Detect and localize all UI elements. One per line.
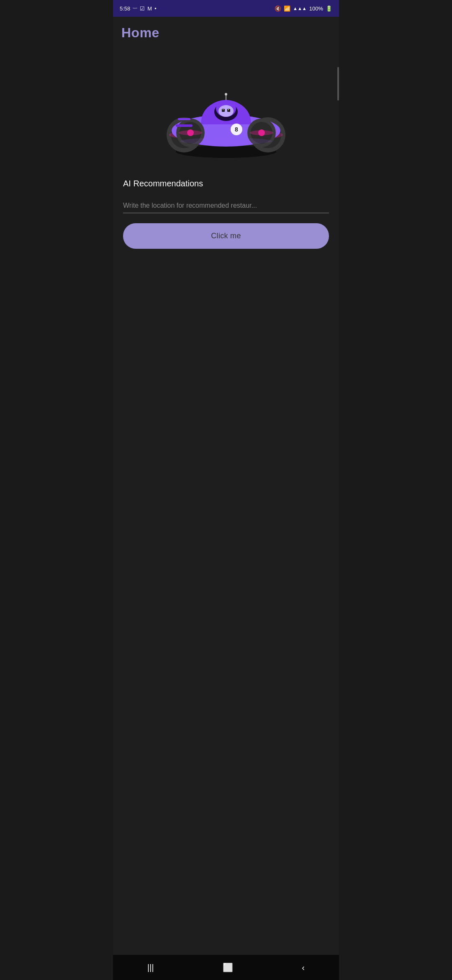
wifi-icon: 📶 (284, 5, 290, 12)
ai-section-title: AI Recommendations (123, 179, 329, 188)
signal-icon: ▲▲▲ (293, 6, 307, 11)
dot-icon: • (154, 5, 157, 12)
svg-rect-21 (228, 109, 229, 110)
signal-wave-icon: 〰 (133, 6, 137, 11)
location-input-container (123, 199, 329, 213)
menu-icon: ||| (147, 963, 154, 972)
race-car-image: 8 (155, 53, 297, 162)
battery-text: 100% (309, 5, 323, 12)
svg-rect-32 (176, 124, 193, 127)
status-time: 5:58 (120, 5, 130, 12)
nav-menu-button[interactable]: ||| (137, 959, 164, 976)
svg-point-31 (250, 130, 273, 135)
mail-icon: M (147, 5, 152, 12)
status-bar: 5:58 〰 ☑ M • 🔇 📶 ▲▲▲ 100% 🔋 (113, 0, 339, 17)
back-icon: ‹ (302, 963, 305, 972)
bottom-spacer (113, 257, 339, 955)
svg-point-16 (225, 93, 227, 95)
status-right: 🔇 📶 ▲▲▲ 100% 🔋 (275, 5, 332, 12)
svg-point-27 (179, 130, 202, 135)
click-me-button[interactable]: Click me (123, 223, 329, 249)
svg-text:8: 8 (235, 126, 238, 133)
mute-icon: 🔇 (275, 5, 281, 12)
nav-home-button[interactable]: ⬜ (213, 959, 243, 976)
status-left: 5:58 〰 ☑ M • (120, 5, 157, 12)
car-image-container: 8 (113, 45, 339, 175)
nav-back-button[interactable]: ‹ (292, 959, 315, 976)
ai-recommendations-section: AI Recommendations Click me (113, 175, 339, 257)
race-car-svg: 8 (155, 53, 297, 162)
svg-point-34 (180, 138, 272, 144)
page-title: Home (121, 25, 331, 41)
header: Home (113, 17, 339, 45)
svg-point-17 (218, 105, 234, 117)
location-input[interactable] (123, 199, 329, 213)
svg-rect-33 (178, 118, 190, 120)
svg-rect-20 (223, 109, 223, 110)
home-icon: ⬜ (223, 962, 233, 972)
tasks-icon: ☑ (140, 5, 145, 12)
main-content: Home (113, 17, 339, 955)
nav-bar: ||| ⬜ ‹ (113, 955, 339, 980)
battery-icon: 🔋 (326, 5, 332, 12)
